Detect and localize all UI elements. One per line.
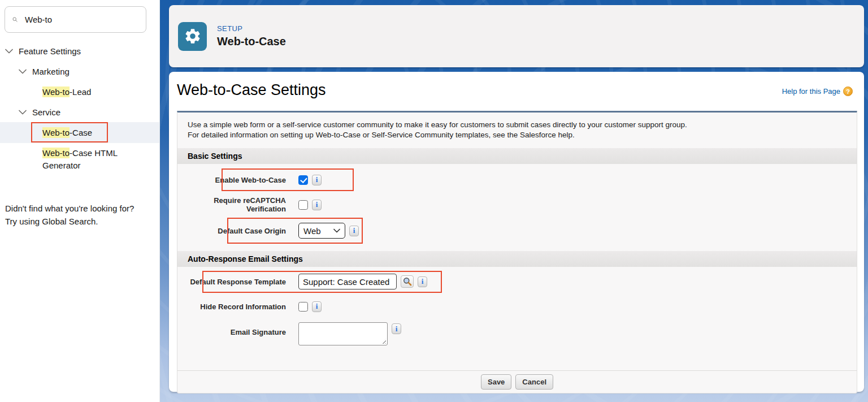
email-signature-textarea[interactable] [298,322,388,345]
enable-web-to-case-label: Enable Web-to-Case [188,176,298,184]
setup-sidebar: Feature Settings Marketing Web-to-Lead S… [0,0,160,402]
help-link-label: Help for this Page [782,87,840,96]
row-default-response-template: Default Response Template i [177,269,857,294]
info-icon[interactable]: i [349,226,359,236]
chevron-down-icon [333,228,340,233]
setup-search-box[interactable] [5,6,146,33]
require-recaptcha-label: Require reCAPTCHA Verification [188,196,298,213]
default-case-origin-label: Default Case Origin [188,227,298,235]
row-hide-record-information: Hide Record Information i [177,294,857,319]
content-card: Web-to-Case Settings Help for this Page … [169,72,864,392]
row-default-case-origin: Default Case Origin Web i [177,217,857,244]
search-highlight: Web-to [42,87,70,97]
tree-item-label: Marketing [32,67,70,76]
info-icon[interactable]: i [418,276,427,287]
search-highlight: Web-to [42,148,70,158]
default-case-origin-select[interactable]: Web [298,223,345,239]
tree-item-label: Feature Settings [19,46,81,56]
help-for-this-page-link[interactable]: Help for this Page ? [782,87,853,96]
info-icon[interactable]: i [312,200,322,210]
email-signature-label: Email Signature [188,322,298,336]
tree-item-marketing[interactable]: Marketing [0,61,159,81]
setup-nav-tree: Feature Settings Marketing Web-to-Lead S… [0,41,159,176]
setup-search-input[interactable] [24,14,138,25]
form-button-bar: Save Cancel [177,370,857,393]
help-question-icon[interactable]: ? [843,87,853,96]
chevron-down-icon [19,110,27,115]
tree-item-service[interactable]: Service [0,102,159,122]
panel-description: Use a simple web form or a self-service … [177,113,857,140]
chevron-down-icon [19,69,27,74]
require-recaptcha-checkbox[interactable] [298,200,308,210]
row-enable-web-to-case: Enable Web-to-Case i [177,167,857,192]
setup-main-area: SETUP Web-to-Case Web-to-Case Settings H… [160,0,868,402]
lookup-magnifier-icon[interactable] [401,275,414,288]
section-header-auto-response: Auto-Response Email Settings [177,251,857,267]
row-require-recaptcha: Require reCAPTCHA Verification i [177,192,857,217]
hide-record-information-checkbox[interactable] [298,302,308,312]
tree-item-web-to-case-html-generator[interactable]: Web-to-Case HTML Generator [0,143,159,176]
tree-item-web-to-lead[interactable]: Web-to-Lead [0,81,159,102]
tree-item-label: Web-to-Case [42,128,92,137]
setup-eyebrow: SETUP [217,24,286,33]
page-title: Web-to-Case [217,35,286,48]
info-icon[interactable]: i [392,323,401,334]
row-email-signature: Email Signature i [177,319,857,354]
setup-page-header: SETUP Web-to-Case [169,5,864,67]
tree-item-web-to-case[interactable]: Web-to-Case [0,122,159,143]
tree-item-label: Web-to-Case HTML Generator [42,148,118,170]
chevron-down-icon [5,49,13,54]
enable-web-to-case-checkbox[interactable] [298,175,308,185]
settings-panel: Use a simple web form or a self-service … [177,111,857,394]
select-value: Web [303,226,321,236]
default-response-template-input[interactable] [298,274,397,289]
search-highlight: Web-to [42,127,70,138]
settings-heading: Web-to-Case Settings [177,81,326,99]
default-response-template-label: Default Response Template [188,278,298,286]
tree-item-label: Service [32,107,60,117]
sidebar-footer-hint: Didn't find what you're looking for? Try… [0,202,159,228]
gear-icon [178,22,207,51]
hide-record-information-label: Hide Record Information [188,302,298,311]
section-header-basic-settings: Basic Settings [177,148,857,164]
info-icon[interactable]: i [312,301,322,312]
info-icon[interactable]: i [312,175,322,185]
save-button[interactable]: Save [481,374,511,390]
tree-item-label: Web-to-Lead [42,87,91,97]
tree-item-feature-settings[interactable]: Feature Settings [0,41,159,61]
search-icon [12,15,18,24]
cancel-button[interactable]: Cancel [515,374,553,390]
